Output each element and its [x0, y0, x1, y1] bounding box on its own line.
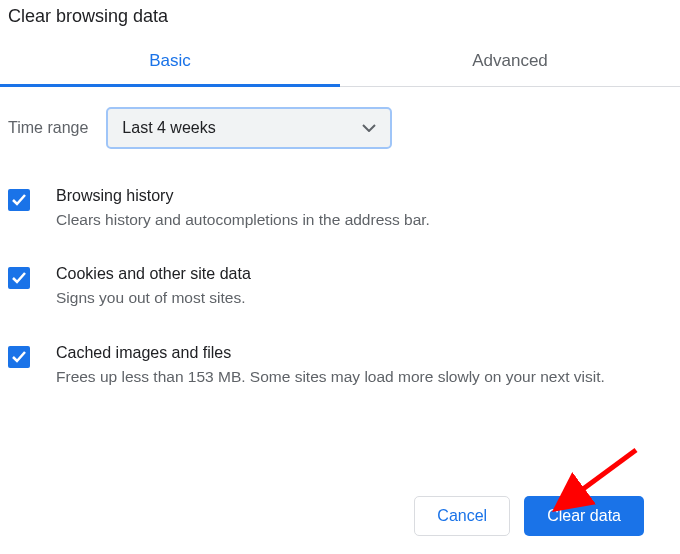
time-range-row: Time range Last 4 weeks [8, 107, 672, 177]
cancel-button[interactable]: Cancel [414, 496, 510, 536]
checkbox-cookies[interactable] [8, 267, 30, 289]
option-text: Cached images and files Frees up less th… [56, 344, 672, 388]
tab-basic[interactable]: Basic [0, 37, 340, 86]
time-range-value: Last 4 weeks [122, 119, 215, 137]
option-browsing-history: Browsing history Clears history and auto… [8, 177, 672, 255]
option-desc: Clears history and autocompletions in th… [56, 209, 672, 231]
option-desc: Signs you out of most sites. [56, 287, 672, 309]
option-cookies: Cookies and other site data Signs you ou… [8, 255, 672, 333]
tabs: Basic Advanced [0, 37, 680, 87]
options-list: Browsing history Clears history and auto… [8, 177, 672, 412]
option-title: Cookies and other site data [56, 265, 672, 287]
checkbox-browsing-history[interactable] [8, 189, 30, 211]
checkbox-cached[interactable] [8, 346, 30, 368]
option-cached: Cached images and files Frees up less th… [8, 334, 672, 412]
option-text: Browsing history Clears history and auto… [56, 187, 672, 231]
time-range-select[interactable]: Last 4 weeks [106, 107, 392, 149]
option-title: Cached images and files [56, 344, 672, 366]
checkmark-icon [11, 193, 27, 207]
checkmark-icon [11, 350, 27, 364]
dialog-title: Clear browsing data [0, 0, 680, 37]
tab-advanced[interactable]: Advanced [340, 37, 680, 86]
time-range-label: Time range [8, 119, 88, 137]
chevron-down-icon [362, 124, 376, 132]
option-text: Cookies and other site data Signs you ou… [56, 265, 672, 309]
option-title: Browsing history [56, 187, 672, 209]
dialog-content: Time range Last 4 weeks Browsing history… [0, 87, 680, 412]
checkmark-icon [11, 271, 27, 285]
dialog-footer: Cancel Clear data [414, 496, 644, 536]
option-desc: Frees up less than 153 MB. Some sites ma… [56, 366, 672, 388]
clear-data-button[interactable]: Clear data [524, 496, 644, 536]
